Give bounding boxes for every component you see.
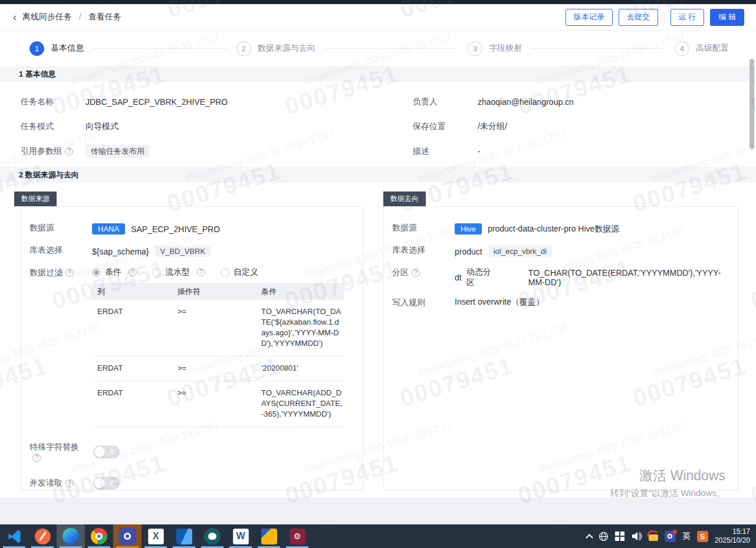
radio-custom[interactable]: 自定义 bbox=[221, 267, 258, 278]
task-view-icon[interactable] bbox=[615, 532, 624, 541]
radio-streaming[interactable]: 流水型 bbox=[152, 267, 205, 278]
chrome-icon[interactable] bbox=[85, 524, 113, 548]
taskbar-apps bbox=[0, 524, 311, 548]
database-tool-icon[interactable] bbox=[283, 524, 311, 548]
page: ‹ 离线同步任务 / 查看任务 版本记录 去提交 运 行 编 辑 1 基本信息 … bbox=[0, 0, 756, 548]
source-panel-tab: 数据来源 bbox=[14, 192, 57, 206]
database-name: product bbox=[455, 247, 482, 256]
field-dest-datasource: 数据源 Hive product-data-cluster-pro Hive数据… bbox=[392, 222, 726, 236]
datasource-name: product-data-cluster-pro Hive数据源 bbox=[488, 224, 619, 235]
toggle-state-label: 关 bbox=[109, 479, 115, 488]
excel-icon[interactable] bbox=[142, 524, 170, 548]
help-icon[interactable] bbox=[412, 269, 420, 277]
filter-mode-radios: 条件 流水型 自定义 bbox=[92, 267, 350, 278]
step-number: 2 bbox=[236, 41, 251, 56]
field-label: 任务名称 bbox=[21, 97, 86, 107]
step-label: 高级配置 bbox=[696, 43, 729, 54]
breadcrumb-separator: / bbox=[79, 12, 81, 21]
owner-value: zhaoqian@heilangroup.cn bbox=[478, 97, 574, 107]
dest-panel-tab: 数据去向 bbox=[383, 192, 426, 206]
help-icon[interactable] bbox=[65, 269, 74, 277]
step-field-mapping[interactable]: 3 字段映射 bbox=[468, 41, 522, 56]
partition-field: dt bbox=[455, 273, 462, 282]
step-number: 1 bbox=[29, 41, 44, 56]
scrollbar[interactable] bbox=[750, 59, 754, 149]
help-icon[interactable] bbox=[65, 479, 74, 487]
sogou-input-icon[interactable] bbox=[697, 531, 708, 542]
blue-files-icon[interactable] bbox=[170, 524, 198, 548]
toggle-state-label: 关 bbox=[109, 448, 115, 457]
edge-icon[interactable] bbox=[57, 524, 85, 548]
run-button[interactable]: 运 行 bbox=[670, 9, 705, 26]
breadcrumb-current: 查看任务 bbox=[88, 12, 121, 21]
filter-table: 列 操作符 条件 ERDAT >= TO_VARCHAR(TO_DATE('${… bbox=[92, 283, 344, 427]
field-label: 数据源 bbox=[392, 222, 455, 236]
field-label: 库表选择 bbox=[392, 245, 455, 258]
radio-condition[interactable]: 条件 bbox=[92, 267, 137, 278]
input-language-indicator[interactable]: 英 bbox=[682, 531, 691, 542]
filter-table-row: ERDAT >= '20200801' bbox=[92, 356, 344, 381]
step-advanced-config[interactable]: 4 高级配置 bbox=[675, 41, 729, 56]
step-number: 3 bbox=[468, 41, 482, 56]
concurrent-read-toggle[interactable]: 关 bbox=[93, 477, 120, 490]
filter-table-header: 列 操作符 条件 bbox=[92, 283, 344, 300]
chat-tray-icon[interactable] bbox=[665, 531, 676, 542]
field-task-name: 任务名称 JDBC_SAP_ECP_VBRK_2HIVE_PRO bbox=[21, 90, 363, 114]
partition-type: 动态分区 bbox=[466, 267, 495, 288]
edit-button[interactable]: 编 辑 bbox=[710, 9, 744, 26]
task-mode-value: 向导模式 bbox=[86, 121, 119, 132]
help-icon[interactable] bbox=[129, 268, 137, 276]
word-icon[interactable] bbox=[226, 524, 255, 548]
version-history-button[interactable]: 版本记录 bbox=[566, 9, 613, 26]
field-label: 数据过滤 bbox=[29, 267, 92, 427]
field-label: 数据源 bbox=[29, 222, 92, 236]
step-connector bbox=[531, 48, 665, 49]
windows-activation-watermark: 激活 Windows 转到“设置”以激活 Windows。 bbox=[610, 467, 725, 499]
animal-app-icon[interactable] bbox=[198, 524, 226, 548]
network-icon[interactable] bbox=[599, 532, 609, 542]
basic-info-form: 任务名称 JDBC_SAP_ECP_VBRK_2HIVE_PRO 任务模式 向导… bbox=[0, 82, 756, 167]
radio-icon[interactable] bbox=[92, 268, 101, 277]
help-icon[interactable] bbox=[65, 147, 73, 156]
schema-name: ${sap_schema} bbox=[92, 247, 149, 256]
activation-subtitle: 转到“设置”以激活 Windows。 bbox=[610, 488, 725, 499]
field-source-table: 库表选择 ${sap_schema} V_BD_VBRK bbox=[29, 245, 350, 258]
step-number: 4 bbox=[675, 41, 689, 56]
footer-strip bbox=[0, 498, 756, 524]
tray-expand-icon[interactable] bbox=[586, 534, 593, 542]
back-icon[interactable]: ‹ bbox=[13, 12, 17, 22]
foxmail-icon[interactable] bbox=[649, 534, 658, 541]
speaker-icon[interactable] bbox=[631, 532, 642, 541]
step-connector bbox=[93, 48, 227, 49]
vscode-icon[interactable] bbox=[0, 524, 28, 548]
submit-button[interactable]: 去提交 bbox=[619, 9, 658, 26]
window-top-strip bbox=[0, 0, 756, 4]
field-owner: 负责人 zhaoqian@heilangroup.cn bbox=[413, 90, 756, 114]
datasource-type-tag: Hive bbox=[455, 223, 482, 235]
yellow-app-icon[interactable] bbox=[255, 524, 283, 548]
field-data-filter: 数据过滤 条件 流水型 自定义 bbox=[29, 267, 350, 427]
taskbar-clock[interactable]: 15:17 2025/10/20 bbox=[715, 527, 750, 545]
toggle-knob bbox=[94, 447, 105, 457]
pen-notes-icon[interactable] bbox=[28, 524, 57, 548]
field-label: 特殊字符替换 bbox=[29, 442, 88, 462]
button-divider bbox=[664, 13, 665, 22]
field-write-rule: 写入规则 Insert overwrite（覆盖） bbox=[392, 297, 726, 311]
chat-app-icon[interactable] bbox=[113, 524, 142, 548]
help-icon[interactable] bbox=[32, 454, 41, 462]
special-char-toggle[interactable]: 关 bbox=[93, 445, 120, 458]
step-basic-info[interactable]: 1 基本信息 bbox=[29, 41, 84, 56]
table-name-tag: V_BD_VBRK bbox=[155, 246, 211, 257]
breadcrumb-root[interactable]: 离线同步任务 bbox=[22, 12, 72, 21]
table-name-tag: iol_ecp_vbrk_di bbox=[488, 246, 552, 257]
radio-icon[interactable] bbox=[221, 268, 229, 277]
stepper: 1 基本信息 2 数据来源与去向 3 字段映射 4 高级配置 bbox=[0, 31, 756, 66]
filter-table-row: ERDAT >= TO_VARCHAR(ADD_DAYS(CURRENT_DAT… bbox=[92, 381, 344, 427]
help-icon[interactable] bbox=[197, 268, 205, 276]
radio-icon[interactable] bbox=[152, 268, 161, 277]
clock-time: 15:17 bbox=[715, 527, 750, 536]
filter-table-row: ERDAT >= TO_VARCHAR(TO_DATE('${azkaban.f… bbox=[92, 300, 344, 356]
field-label: 写入规则 bbox=[392, 297, 455, 311]
header-actions: 版本记录 去提交 运 行 编 辑 bbox=[566, 9, 744, 26]
step-source-dest[interactable]: 2 数据来源与去向 bbox=[236, 41, 315, 56]
